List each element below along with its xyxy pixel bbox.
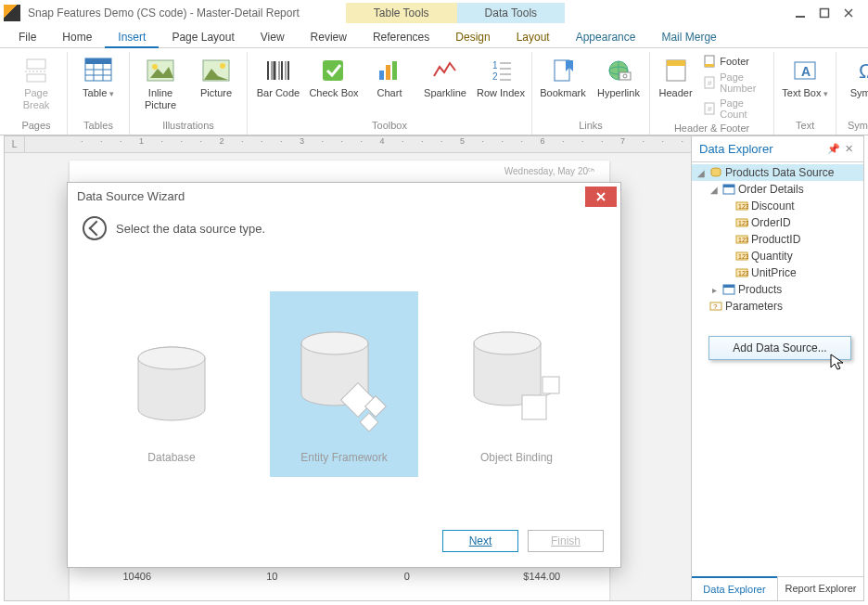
ribbon-group-toolbox: Bar Code Check Box Chart Sparkline 12 Ro… [248, 52, 532, 135]
data-explorer-title-bar: Data Explorer 📌 ✕ [692, 136, 863, 162]
tab-mail-merge[interactable]: Mail Merge [648, 27, 729, 47]
footer-cell-2: 0 [339, 571, 475, 582]
data-source-wizard-dialog: Data Source Wizard Select the data sourc… [67, 182, 621, 568]
field-icon: 123 [734, 216, 749, 229]
inline-picture-label: Inline Picture [135, 87, 185, 110]
chart-button[interactable]: Chart [364, 52, 415, 99]
object-binding-icon [461, 323, 572, 434]
footer-button[interactable]: Footer [701, 54, 768, 69]
dialog-body: Database Entity Framework Object Binding [68, 253, 620, 524]
wizard-option-database[interactable]: Database [97, 291, 246, 477]
tab-layout[interactable]: Layout [504, 27, 563, 47]
tab-view[interactable]: View [248, 27, 298, 47]
bookmark-icon [548, 56, 578, 85]
page-count-icon: # [703, 102, 716, 115]
tab-home[interactable]: Home [49, 27, 105, 47]
page-break-button[interactable]: Page Break [11, 52, 61, 110]
page-number-button[interactable]: #Page Number [701, 71, 768, 95]
picture-button[interactable]: Picture [191, 52, 241, 99]
wizard-prompt: Select the data source type. [116, 222, 265, 236]
check-box-button[interactable]: Check Box [309, 52, 359, 99]
svg-text:123: 123 [738, 203, 748, 210]
entity-framework-icon [288, 323, 400, 434]
tab-file[interactable]: File [6, 27, 49, 47]
table-button[interactable]: Table [73, 52, 123, 99]
svg-point-71 [138, 347, 205, 369]
hyperlink-button[interactable]: Hyperlink [594, 52, 644, 99]
tree-node-unitprice[interactable]: 123UnitPrice [692, 264, 863, 281]
ribbon-group-header-footer: Header Footer #Page Number #Page Count H… [650, 52, 774, 135]
minimize-button[interactable] [788, 4, 812, 22]
sparkline-button[interactable]: Sparkline [420, 52, 470, 99]
tree-node-quantity[interactable]: 123Quantity [692, 248, 863, 264]
page-break-label: Page Break [11, 87, 61, 110]
group-caption-toolbox: Toolbox [372, 118, 407, 135]
inline-picture-button[interactable]: Inline Picture [135, 52, 185, 110]
title-bar: Snap Features Demo (CS code) - Master-De… [0, 0, 868, 26]
pin-icon[interactable]: 📌 [826, 143, 841, 155]
app-icon [4, 5, 20, 21]
data-explorer-title: Data Explorer [699, 142, 826, 156]
header-label: Header [659, 87, 693, 99]
tab-design[interactable]: Design [442, 27, 503, 47]
header-icon [661, 56, 691, 85]
tree-node-products[interactable]: ▸Products [692, 281, 863, 298]
svg-rect-79 [522, 395, 546, 419]
svg-point-73 [301, 332, 368, 354]
check-box-label: Check Box [309, 87, 358, 99]
tree-node-productid[interactable]: 123ProductID [692, 231, 863, 248]
chart-icon [375, 56, 404, 85]
text-box-label: Text Box [782, 87, 828, 99]
wizard-back-button[interactable] [83, 216, 107, 240]
tree-node-parameters[interactable]: ?Parameters [692, 298, 863, 315]
tree-node-order-details[interactable]: ◢Order Details [692, 181, 863, 198]
svg-text:123: 123 [738, 270, 748, 277]
field-icon: 123 [734, 266, 749, 279]
picture-label: Picture [200, 87, 232, 99]
svg-rect-53 [723, 185, 734, 187]
maximize-button[interactable] [812, 4, 836, 22]
wizard-option-object-label: Object Binding [480, 451, 553, 464]
dialog-footer: Next Finish [68, 524, 620, 567]
ribbon-group-text: A Text Box Text [774, 52, 836, 135]
svg-point-14 [152, 64, 158, 70]
tab-insert[interactable]: Insert [105, 27, 159, 47]
wizard-option-entity-framework[interactable]: Entity Framework [270, 291, 418, 477]
panel-close-icon[interactable]: ✕ [841, 143, 856, 155]
horizontal-ruler[interactable]: · · · 1 · · · 2 · · · 3 · · · 4 · · · 5 … [25, 136, 691, 153]
side-tab-report-explorer[interactable]: Report Explorer [777, 577, 863, 600]
symbol-button[interactable]: Ω Symbol [842, 52, 868, 99]
row-index-button[interactable]: 12 Row Index [476, 52, 526, 99]
bar-code-button[interactable]: Bar Code [253, 52, 303, 99]
group-caption-symbols: Symbols [848, 118, 868, 135]
wizard-next-button[interactable]: Next [442, 530, 518, 552]
svg-text:#: # [708, 79, 712, 87]
dialog-title-bar[interactable]: Data Source Wizard [68, 183, 620, 209]
tab-review[interactable]: Review [298, 27, 360, 47]
tab-page-layout[interactable]: Page Layout [159, 27, 247, 47]
tree-node-orderid[interactable]: 123OrderID [692, 214, 863, 231]
row-index-label: Row Index [477, 87, 525, 99]
tab-appearance[interactable]: Appearance [563, 27, 649, 47]
dialog-close-button[interactable] [585, 187, 617, 207]
table-footer-row: 10406 10 0 $144.00 [70, 571, 609, 582]
page-header-date: Wednesday, May 20ᵗʰ [504, 166, 594, 176]
svg-text:123: 123 [738, 253, 748, 260]
side-tab-data-explorer[interactable]: Data Explorer [692, 576, 777, 600]
tree-node-discount[interactable]: 123Discount [692, 198, 863, 214]
tree-node-products-data-source[interactable]: ◢Products Data Source [692, 164, 863, 181]
wizard-option-database-label: Database [147, 451, 195, 464]
page-count-button[interactable]: #Page Count [701, 97, 768, 121]
text-box-button[interactable]: A Text Box [780, 52, 830, 99]
svg-rect-8 [85, 58, 111, 64]
context-menu-add-data-source[interactable]: Add Data Source... [708, 336, 851, 360]
bookmark-button[interactable]: Bookmark [538, 52, 588, 99]
picture-icon [201, 56, 231, 85]
data-explorer-tree[interactable]: ◢Products Data Source ◢Order Details 123… [692, 162, 863, 576]
wizard-option-object-binding[interactable]: Object Binding [442, 291, 591, 477]
tab-references[interactable]: References [360, 27, 442, 47]
header-button[interactable]: Header [656, 52, 696, 99]
ribbon-group-symbols: Ω Symbol Symbols [836, 52, 868, 135]
page-number-icon: # [703, 76, 716, 89]
close-button[interactable] [836, 4, 861, 22]
